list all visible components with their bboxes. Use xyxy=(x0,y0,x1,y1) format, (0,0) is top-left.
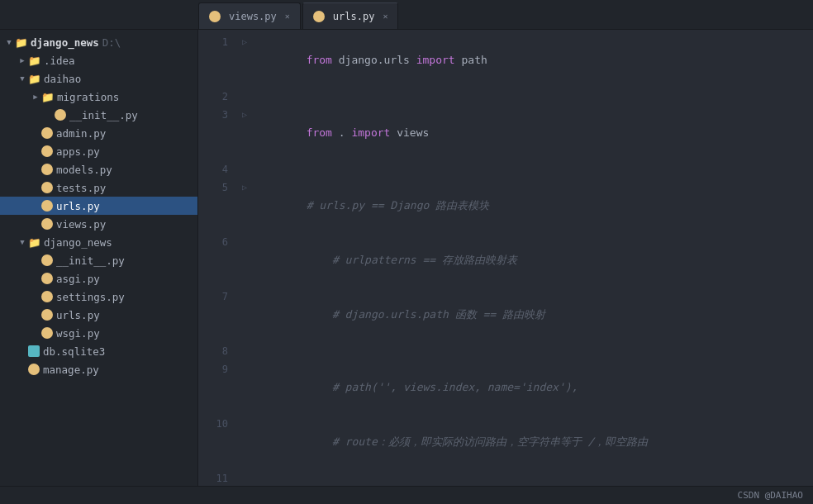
fold-5[interactable]: ▷ xyxy=(238,178,251,197)
line-content-11: # view：必须，该路由将要访问的视图 xyxy=(251,469,813,486)
line-content-5: # urls.py == Django 路由表模块 xyxy=(251,178,813,233)
line-num-9: 9 xyxy=(198,360,238,378)
line-num-3: 3 xyxy=(198,106,238,124)
chevron-down-icon: ▼ xyxy=(17,238,28,246)
tab-bar: views.py ✕ urls.py ✕ xyxy=(0,0,813,30)
code-line-6: 6 # urlpatterns == 存放路由映射表 xyxy=(198,233,813,288)
sidebar: ▼ 📁 django_news D:\ ▶ 📁 .idea ▼ 📁 daihao… xyxy=(0,30,198,486)
tab-urls[interactable]: urls.py ✕ xyxy=(302,2,399,29)
py-file-icon xyxy=(41,145,53,157)
sidebar-item-manage[interactable]: ▶ manage.py xyxy=(0,360,197,378)
code-line-7: 7 # django.urls.path 函数 == 路由映射 xyxy=(198,288,813,342)
sidebar-item-settings[interactable]: ▶ settings.py xyxy=(0,288,197,306)
py-icon xyxy=(209,11,221,22)
sidebar-item-daihao[interactable]: ▼ 📁 daihao xyxy=(0,69,197,88)
tab-urls-close[interactable]: ✕ xyxy=(383,12,387,21)
py-file-icon xyxy=(55,109,66,121)
apps-label: apps.py xyxy=(56,145,100,158)
code-line-9: 9 # path('', views.index, name='index'), xyxy=(198,360,813,415)
fold-1[interactable]: ▷ xyxy=(238,33,251,51)
line-num-10: 10 xyxy=(198,415,238,433)
py-icon-active xyxy=(313,11,325,22)
line-num-5: 5 xyxy=(198,178,238,197)
sidebar-item-db[interactable]: ▶ db.sqlite3 xyxy=(0,342,197,360)
fold-3[interactable]: ▷ xyxy=(238,106,251,124)
line-num-2: 2 xyxy=(198,88,238,106)
folder-icon: 📁 xyxy=(28,54,41,67)
sidebar-item-root[interactable]: ▼ 📁 django_news D:\ xyxy=(0,33,197,51)
sidebar-item-migrations[interactable]: ▶ 📁 migrations xyxy=(0,88,197,106)
status-bar: CSDN @DAIHAO xyxy=(0,486,813,504)
manage-label: manage.py xyxy=(43,364,99,376)
line-content-2 xyxy=(251,88,813,106)
db-label: db.sqlite3 xyxy=(43,345,105,358)
chevron-right-icon: ▶ xyxy=(17,56,28,64)
editor[interactable]: 1 ▷ from django.urls import path 2 3 ▷ f… xyxy=(198,30,813,486)
py-file-icon xyxy=(41,127,53,139)
py-file-icon xyxy=(28,364,40,375)
code-line-2: 2 xyxy=(198,88,813,106)
tests-label: tests.py xyxy=(56,182,106,194)
sidebar-item-admin[interactable]: ▶ admin.py xyxy=(0,124,197,142)
code-line-4: 4 xyxy=(198,160,813,178)
line-num-11: 11 xyxy=(198,469,238,486)
line-content-10: # route：必须，即实际的访问路由，空字符串等于 /，即空路由 xyxy=(251,415,813,469)
code-line-11: 11 # view：必须，该路由将要访问的视图 xyxy=(198,469,813,486)
status-brand: CSDN @DAIHAO xyxy=(738,490,803,501)
folder-icon: 📁 xyxy=(28,72,41,85)
py-file-icon xyxy=(41,309,53,321)
root-path: D:\ xyxy=(102,36,121,49)
line-content-4 xyxy=(251,160,813,178)
line-content-1: from django.urls import path xyxy=(251,33,813,88)
views-daihao-label: views.py xyxy=(56,218,106,231)
main-layout: ▼ 📁 django_news D:\ ▶ 📁 .idea ▼ 📁 daihao… xyxy=(0,30,813,486)
py-file-icon xyxy=(41,291,53,302)
sidebar-item-urls-daihao[interactable]: ▶ urls.py xyxy=(0,197,197,215)
sidebar-item-wsgi[interactable]: ▶ wsgi.py xyxy=(0,324,197,342)
line-num-8: 8 xyxy=(198,342,238,360)
sidebar-item-init-daihao[interactable]: ▶ __init__.py xyxy=(0,106,197,124)
sidebar-item-asgi[interactable]: ▶ asgi.py xyxy=(0,269,197,288)
sidebar-item-django-news-pkg[interactable]: ▼ 📁 django_news xyxy=(0,233,197,251)
line-content-9: # path('', views.index, name='index'), xyxy=(251,360,813,415)
init-daihao-label: __init__.py xyxy=(69,109,138,121)
code-line-3: 3 ▷ from . import views xyxy=(198,106,813,160)
line-num-6: 6 xyxy=(198,233,238,251)
sidebar-item-apps[interactable]: ▶ apps.py xyxy=(0,142,197,160)
settings-label: settings.py xyxy=(56,291,125,303)
django-news-pkg-label: django_news xyxy=(44,236,112,249)
code-line-1: 1 ▷ from django.urls import path xyxy=(198,33,813,88)
root-label: django_news xyxy=(31,36,99,49)
tab-views-close[interactable]: ✕ xyxy=(285,12,290,21)
sidebar-item-views-daihao[interactable]: ▶ views.py xyxy=(0,215,197,233)
folder-icon: 📁 xyxy=(15,36,28,49)
folder-icon: 📁 xyxy=(41,90,55,103)
code-line-10: 10 # route：必须，即实际的访问路由，空字符串等于 /，即空路由 xyxy=(198,415,813,469)
sidebar-item-idea[interactable]: ▶ 📁 .idea xyxy=(0,51,197,69)
sidebar-item-models[interactable]: ▶ models.py xyxy=(0,160,197,178)
wsgi-label: wsgi.py xyxy=(56,327,100,340)
line-num-4: 4 xyxy=(198,160,238,178)
sidebar-item-init-pkg[interactable]: ▶ __init__.py xyxy=(0,251,197,269)
sidebar-item-urls-pkg[interactable]: ▶ urls.py xyxy=(0,306,197,324)
chevron-down-icon: ▼ xyxy=(3,38,15,46)
migrations-label: migrations xyxy=(57,91,119,103)
line-num-1: 1 xyxy=(198,33,238,51)
py-file-icon xyxy=(41,273,53,284)
py-file-icon xyxy=(41,218,53,230)
tab-views[interactable]: views.py ✕ xyxy=(198,2,301,29)
line-content-7: # django.urls.path 函数 == 路由映射 xyxy=(251,288,813,342)
idea-label: .idea xyxy=(44,55,75,67)
tab-views-label: views.py xyxy=(229,11,277,22)
chevron-down-icon: ▼ xyxy=(17,74,28,83)
code-line-8: 8 xyxy=(198,342,813,360)
code-line-5: 5 ▷ # urls.py == Django 路由表模块 xyxy=(198,178,813,233)
line-content-3: from . import views xyxy=(251,106,813,160)
sidebar-item-tests[interactable]: ▶ tests.py xyxy=(0,178,197,197)
py-file-icon xyxy=(41,200,53,212)
py-file-icon xyxy=(41,254,53,266)
line-content-8 xyxy=(251,342,813,360)
py-file-icon xyxy=(41,164,53,175)
chevron-right-icon: ▶ xyxy=(30,93,41,101)
py-file-icon xyxy=(41,327,53,339)
